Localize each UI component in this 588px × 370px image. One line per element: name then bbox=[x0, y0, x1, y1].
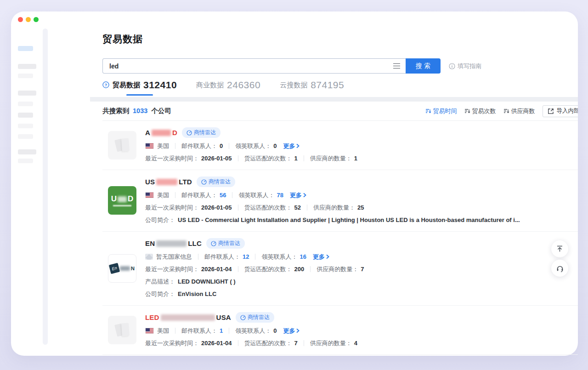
import-crm-label: 导入内部CRM bbox=[557, 107, 578, 115]
sidebar-item[interactable] bbox=[18, 159, 33, 163]
maximize-window-button[interactable] bbox=[34, 17, 39, 22]
email-contacts-value[interactable]: 56 bbox=[220, 191, 226, 199]
company-result-row[interactable]: A D 商情雷达 bbox=[102, 121, 578, 170]
sidebar-item[interactable] bbox=[18, 64, 36, 69]
company-name[interactable]: LED USA bbox=[145, 313, 231, 321]
no-country-icon bbox=[145, 254, 153, 260]
company-name[interactable]: US LTD bbox=[145, 178, 192, 186]
sidebar-item-active[interactable] bbox=[18, 46, 33, 51]
results-summary: 共搜索到 1033 个公司 bbox=[102, 107, 171, 115]
company-name-text: US bbox=[145, 178, 155, 186]
freight-matches-value: 52 bbox=[294, 203, 301, 212]
company-name-text: LTD bbox=[179, 178, 192, 186]
company-name[interactable]: EN LLC bbox=[145, 239, 202, 247]
logo-mark: En bbox=[109, 262, 120, 273]
radar-icon bbox=[211, 241, 216, 246]
company-count: 1033 bbox=[133, 107, 147, 114]
company-name[interactable]: A D bbox=[145, 129, 177, 137]
sort-label: 供应商数 bbox=[511, 107, 535, 115]
search-input-wrapper bbox=[102, 58, 406, 74]
sidebar-item[interactable] bbox=[18, 102, 33, 106]
email-contacts-label: 邮件联系人： bbox=[181, 142, 217, 150]
company-result-row[interactable]: LED USA 商情雷达 bbox=[102, 306, 578, 355]
supplier-qty-value: 1 bbox=[354, 154, 357, 163]
sort-icon bbox=[503, 108, 509, 114]
tab-label: 云搜数据 bbox=[280, 80, 307, 90]
freight-matches-label: 货运匹配的次数： bbox=[244, 265, 292, 273]
linkedin-contacts-value[interactable]: 16 bbox=[300, 252, 306, 261]
no-country-label: 暂无国家信息 bbox=[156, 252, 192, 261]
linkedin-contacts-label: 领英联系人： bbox=[238, 191, 274, 199]
business-radar-badge[interactable]: 商情雷达 bbox=[182, 127, 220, 138]
info-icon bbox=[449, 63, 455, 69]
active-tab-underline bbox=[126, 94, 153, 96]
freight-matches-label: 货运匹配的次数： bbox=[244, 339, 292, 347]
product-desc-label: 产品描述： bbox=[145, 277, 175, 286]
email-contacts-value[interactable]: 12 bbox=[243, 252, 249, 261]
more-link[interactable]: 更多 bbox=[313, 252, 330, 261]
company-intro-value: US LED - Commercial Light Installation a… bbox=[178, 216, 520, 224]
company-intro-value: EnVision LLC bbox=[178, 290, 216, 298]
sidebar-item[interactable] bbox=[18, 134, 33, 139]
tab-trade-data[interactable]: ? 贸易数据 312410 bbox=[102, 80, 177, 93]
sort-supplier-count[interactable]: 供应商数 bbox=[503, 107, 535, 115]
company-name-text: USA bbox=[216, 313, 231, 321]
sidebar-item[interactable] bbox=[18, 91, 36, 96]
company-result-row[interactable]: U D US LTD bbox=[102, 170, 578, 232]
business-radar-badge[interactable]: 商情雷达 bbox=[197, 176, 235, 187]
freight-matches-value: 7 bbox=[294, 339, 298, 347]
company-name-keyword: LED bbox=[145, 313, 159, 321]
business-radar-badge[interactable]: 商情雷达 bbox=[206, 238, 245, 249]
minimize-window-button[interactable] bbox=[26, 17, 31, 22]
sidebar-item[interactable] bbox=[18, 113, 33, 118]
customer-service-button[interactable] bbox=[551, 260, 568, 277]
business-radar-badge[interactable]: 商情雷达 bbox=[236, 312, 274, 323]
to-top-icon bbox=[556, 245, 564, 253]
last-purchase-label: 最近一次采购时间： bbox=[145, 203, 199, 212]
us-flag-icon bbox=[145, 143, 154, 149]
redacted-name-segment bbox=[152, 130, 171, 136]
company-logo-placeholder bbox=[108, 316, 136, 344]
country-label: 美国 bbox=[157, 326, 169, 335]
email-contacts-value[interactable]: 1 bbox=[220, 326, 223, 335]
supplier-qty-label: 供应商的数量： bbox=[310, 339, 352, 347]
fill-guide-link[interactable]: 填写指南 bbox=[449, 58, 481, 74]
tab-cloud-search-data[interactable]: 云搜数据 874195 bbox=[280, 80, 344, 93]
sort-trade-time[interactable]: 贸易时间 bbox=[425, 107, 457, 115]
page-title: 贸易数据 bbox=[102, 33, 143, 46]
back-to-top-button[interactable] bbox=[551, 240, 568, 257]
sidebar-item[interactable] bbox=[18, 124, 33, 128]
last-purchase-label: 最近一次采购时间： bbox=[145, 339, 199, 347]
more-link[interactable]: 更多 bbox=[283, 326, 300, 335]
chevron-right-icon bbox=[326, 254, 330, 259]
more-link[interactable]: 更多 bbox=[283, 142, 300, 150]
us-flag-icon bbox=[145, 328, 154, 334]
radar-icon bbox=[201, 179, 207, 185]
search-button[interactable]: 搜 索 bbox=[406, 58, 441, 74]
close-window-button[interactable] bbox=[18, 17, 23, 22]
email-contacts-label: 邮件联系人： bbox=[181, 191, 217, 199]
last-purchase-value: 2026-01-04 bbox=[201, 339, 232, 347]
company-name-text: EN bbox=[145, 239, 155, 247]
sort-icon bbox=[464, 108, 470, 114]
advanced-filter-icon[interactable] bbox=[393, 63, 400, 69]
linkedin-contacts-value[interactable]: 78 bbox=[277, 191, 283, 199]
search-input[interactable] bbox=[109, 63, 393, 70]
radar-icon bbox=[240, 315, 246, 320]
redacted-name-segment bbox=[156, 179, 177, 185]
email-contacts-value: 0 bbox=[220, 142, 223, 150]
freight-matches-label: 货运匹配的次数： bbox=[244, 154, 292, 163]
import-crm-button[interactable]: 导入内部CRM bbox=[543, 105, 578, 117]
badge-label: 商情雷达 bbox=[194, 129, 216, 137]
app-window: 贸易数据 搜 索 填写指南 ? 贸易 bbox=[11, 11, 578, 356]
sidebar-item[interactable] bbox=[18, 74, 33, 78]
last-purchase-value: 2026-01-04 bbox=[201, 265, 232, 273]
more-link[interactable]: 更多 bbox=[290, 191, 307, 199]
chevron-right-icon bbox=[296, 328, 300, 333]
last-purchase-value: 2026-01-05 bbox=[201, 154, 232, 163]
sort-trade-count[interactable]: 贸易次数 bbox=[464, 107, 496, 115]
tab-business-data[interactable]: 商业数据 246360 bbox=[196, 80, 260, 93]
sidebar-item[interactable] bbox=[18, 149, 36, 154]
tab-label: 贸易数据 bbox=[113, 80, 140, 90]
company-result-row[interactable]: En N EN LLC bbox=[102, 232, 578, 306]
